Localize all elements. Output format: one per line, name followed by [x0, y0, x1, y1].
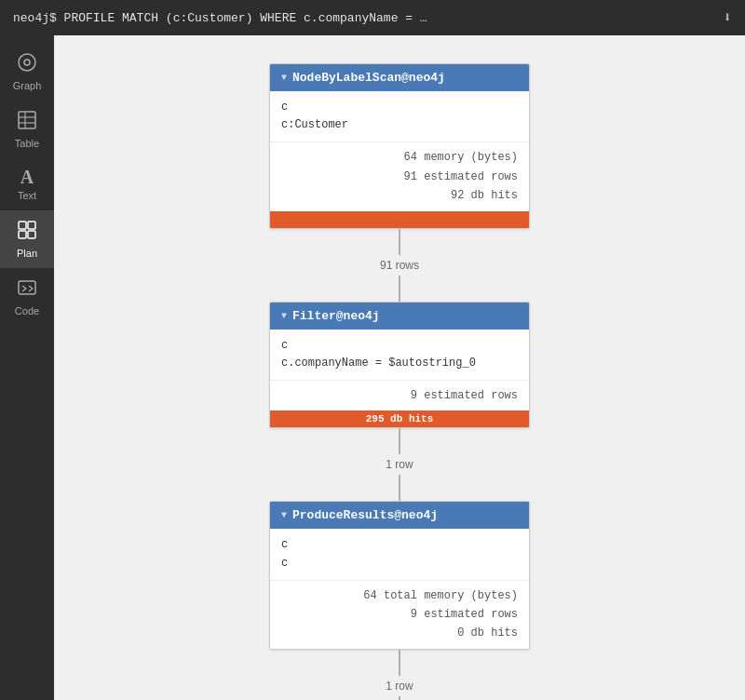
sidebar-item-plan[interactable]: Plan	[0, 210, 54, 268]
plan-node-3-line2: c	[281, 555, 518, 572]
connector-1: 91 rows	[380, 229, 419, 302]
plan-node-3-stat-1: 9 estimated rows	[281, 605, 518, 624]
svg-line-12	[22, 289, 26, 291]
text-icon: A	[20, 168, 34, 186]
svg-rect-8	[19, 231, 26, 238]
svg-rect-10	[19, 281, 35, 294]
plan-node-2-body: c c.companyName = $autostring_0	[270, 330, 529, 380]
plan-node-1-arrow: ▼	[281, 73, 287, 83]
connector-2: 1 row	[386, 428, 413, 501]
table-icon	[17, 110, 37, 134]
code-icon	[17, 277, 37, 302]
connector-2-label: 1 row	[386, 454, 413, 475]
svg-line-14	[29, 289, 33, 291]
plan-node-1-stats: 64 memory (bytes) 91 estimated rows 92 d…	[270, 141, 529, 210]
graph-icon	[17, 52, 37, 76]
plan-node-2-line2: c.companyName = $autostring_0	[281, 355, 518, 372]
plan-node-1: ▼ NodeByLabelScan@neo4j c c:Customer 64 …	[269, 63, 530, 229]
connector-2-line-b	[399, 475, 400, 501]
plan-node-3-title: ProduceResults@neo4j	[292, 508, 438, 522]
sidebar-item-table[interactable]: Table	[0, 101, 54, 158]
connector-3-line	[399, 650, 400, 676]
plan-node-1-stat-0: 64 memory (bytes)	[281, 148, 518, 167]
svg-rect-6	[19, 222, 26, 229]
plan-node-3: ▼ ProduceResults@neo4j c c 64 total memo…	[269, 501, 530, 650]
plan-node-2-arrow: ▼	[281, 311, 287, 321]
plan-content: ▼ NodeByLabelScan@neo4j c c:Customer 64 …	[54, 35, 745, 700]
connector-1-line-b	[399, 276, 400, 302]
plan-node-1-header: ▼ NodeByLabelScan@neo4j	[270, 64, 529, 91]
connector-1-label: 91 rows	[380, 255, 419, 276]
plan-node-1-bar	[270, 211, 529, 228]
sidebar-table-label: Table	[15, 138, 39, 149]
svg-line-11	[22, 286, 26, 289]
sidebar-plan-label: Plan	[17, 248, 37, 259]
plan-node-2: ▼ Filter@neo4j c c.companyName = $autost…	[269, 302, 530, 429]
sidebar-item-code[interactable]: Code	[0, 268, 54, 326]
plan-node-1-stat-2: 92 db hits	[281, 186, 518, 205]
plan-node-2-line1: c	[281, 337, 518, 355]
sidebar-item-graph[interactable]: Graph	[0, 43, 54, 101]
svg-rect-2	[19, 112, 35, 128]
header-bar: neo4j$ PROFILE MATCH (c:Customer) WHERE …	[0, 0, 745, 35]
plan-node-2-stat-0: 9 estimated rows	[281, 386, 518, 405]
connector-3-label: 1 row	[386, 676, 413, 696]
download-icon[interactable]: ⬇	[723, 8, 732, 27]
sidebar-graph-label: Graph	[13, 80, 42, 91]
plan-node-1-line2: c:Customer	[281, 116, 518, 134]
sidebar-item-text[interactable]: A Text	[0, 158, 54, 210]
plan-diagram: ▼ NodeByLabelScan@neo4j c c:Customer 64 …	[269, 63, 530, 700]
svg-rect-7	[28, 222, 35, 229]
sidebar: Graph Table A Text	[0, 35, 54, 700]
plan-node-1-body: c c:Customer	[270, 91, 529, 141]
plan-node-3-stats: 64 total memory (bytes) 9 estimated rows…	[270, 580, 529, 649]
plan-node-1-title: NodeByLabelScan@neo4j	[292, 71, 445, 85]
svg-point-0	[19, 54, 35, 71]
svg-point-1	[24, 60, 30, 65]
plan-node-3-body: c c	[270, 529, 529, 579]
plan-node-2-stats: 9 estimated rows	[270, 380, 529, 411]
plan-node-2-title: Filter@neo4j	[292, 309, 380, 323]
plan-node-3-stat-0: 64 total memory (bytes)	[281, 586, 518, 605]
plan-node-2-bar: 295 db hits	[270, 411, 529, 427]
plan-node-3-arrow: ▼	[281, 510, 287, 520]
plan-node-1-stat-1: 91 estimated rows	[281, 168, 518, 186]
connector-2-line	[399, 428, 400, 454]
plan-node-2-header: ▼ Filter@neo4j	[270, 303, 529, 330]
connector-1-line	[399, 229, 400, 255]
svg-line-13	[29, 286, 33, 289]
sidebar-code-label: Code	[15, 305, 39, 316]
connector-3-line-b	[399, 696, 400, 700]
main-area: Graph Table A Text	[0, 35, 745, 700]
svg-rect-9	[28, 231, 35, 238]
plan-node-3-header: ▼ ProduceResults@neo4j	[270, 502, 529, 529]
sidebar-text-label: Text	[18, 190, 36, 201]
header-command: neo4j$ PROFILE MATCH (c:Customer) WHERE …	[13, 11, 427, 25]
plan-icon	[17, 220, 37, 244]
plan-node-3-line1: c	[281, 536, 518, 554]
connector-3: 1 row	[386, 650, 413, 700]
plan-node-1-line1: c	[281, 99, 518, 116]
plan-node-3-stat-2: 0 db hits	[281, 624, 518, 642]
